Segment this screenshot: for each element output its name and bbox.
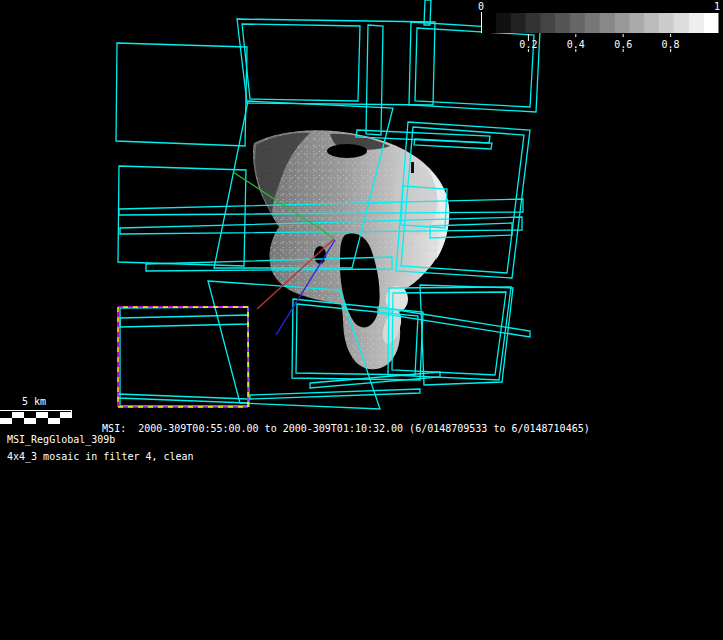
footprint-quad [242,24,360,101]
crater-shadow-top [327,144,367,158]
colorbar-step [688,13,703,33]
msi-sequence-viewer: 010.20.40.60.8 5 km MSI:2000-309T00:55:0… [0,0,723,640]
scalebar-cell [36,418,48,424]
time-range: 2000-309T00:55:00.00 to 2000-309T01:10:3… [138,423,590,434]
colorbar-step [703,13,718,33]
colorbar-step [555,13,570,33]
footprint-quad [120,315,248,327]
colorbar-step [674,13,689,33]
colorbar-step [629,13,644,33]
scalebar-cell [48,418,60,424]
footprint-quad [366,25,383,135]
footprint-quad [118,166,246,266]
colorbar-step [511,13,526,33]
scalebar-cell [24,418,36,424]
scalebar-cell [60,418,72,424]
colorbar-step [525,13,540,33]
footprint-quad [250,389,420,399]
colorbar-step [614,13,629,33]
colorbar-step [600,13,615,33]
asteroid-model [253,130,449,369]
colorbar-min-label: 0 [478,1,484,12]
scalebar-label: 5 km [22,396,46,408]
status-line: MSI:2000-309T00:55:00.00 to 2000-309T01:… [78,411,590,447]
footprint-quad [118,394,248,403]
footprint-quad [116,43,247,146]
colorbar-step [540,13,555,33]
scalebar-cell [12,418,24,424]
footprint-quad [409,22,540,112]
colorbar-tick-label: 0.4 [567,39,585,50]
colorbar-step [659,13,674,33]
footprint-quad [420,285,513,385]
colorbar-tick-label: 0.2 [519,39,537,50]
colorbar-step [496,13,511,33]
sequence-name: MSI_RegGlobal_309b [7,434,115,446]
colorbar-step [570,13,585,33]
scale-bar [0,410,72,423]
footprint-quad [392,292,506,375]
scalebar-cell [0,418,12,424]
colorbar-max-label: 1 [714,1,720,12]
instrument-label: MSI: [102,423,126,434]
dark-dash [411,162,414,173]
footprint-quad [237,19,435,105]
colorbar-tick-label: 0.8 [662,39,680,50]
colorbar-step [644,13,659,33]
colorbar-step [585,13,600,33]
colorbar: 010.20.40.60.8 [478,1,720,52]
colorbar-tick-label: 0.6 [614,39,632,50]
sequence-description: 4x4_3 mosaic in filter 4, clean [7,451,194,463]
scene-canvas[interactable]: 010.20.40.60.8 [0,0,723,640]
footprint-quad [120,307,249,406]
colorbar-step [481,13,496,33]
